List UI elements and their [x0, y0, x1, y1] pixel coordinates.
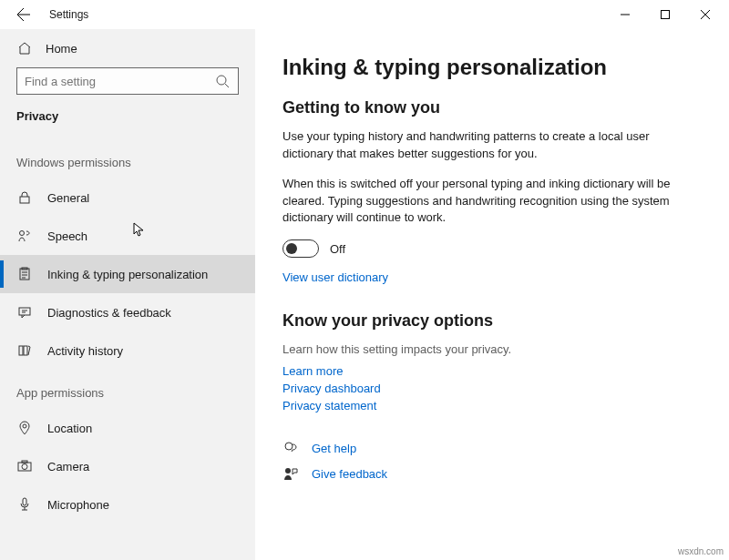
svg-point-11 [22, 464, 27, 470]
nav-label: Diagnostics & feedback [47, 306, 171, 320]
nav-label: Speech [47, 229, 87, 243]
window-title: Settings [49, 8, 88, 21]
search-icon [214, 73, 231, 89]
titlebar: Settings [0, 0, 729, 29]
section-header-windows: Windows permissions [0, 139, 255, 178]
svg-rect-6 [19, 308, 30, 315]
sidebar-item-activity-history[interactable]: Activity history [0, 331, 255, 370]
sidebar-home-label: Home [46, 42, 77, 56]
speech-icon [16, 228, 33, 244]
clipboard-icon [16, 266, 33, 282]
sidebar-item-microphone[interactable]: Microphone [0, 485, 255, 524]
sidebar-item-diagnostics[interactable]: Diagnostics & feedback [0, 293, 255, 331]
nav-label: Microphone [47, 498, 109, 512]
link-view-dictionary[interactable]: View user dictionary [282, 270, 702, 284]
watermark: wsxdn.com [678, 546, 724, 556]
nav-label: Location [47, 422, 92, 435]
feedback-person-icon [282, 465, 299, 482]
page-title: Inking & typing personalization [282, 55, 702, 80]
nav-label: Activity history [47, 344, 123, 358]
home-icon [16, 40, 33, 56]
minimize-button[interactable] [605, 1, 645, 28]
svg-point-1 [217, 76, 226, 85]
section-title-getting-to-know: Getting to know you [282, 98, 702, 117]
svg-rect-0 [662, 11, 670, 19]
feedback-icon [16, 304, 33, 321]
link-give-feedback[interactable]: Give feedback [312, 467, 387, 481]
sidebar-item-location[interactable]: Location [0, 409, 255, 447]
link-get-help[interactable]: Get help [312, 442, 356, 455]
svg-rect-13 [23, 498, 26, 505]
description-text-2: When this is switched off your personal … [282, 176, 683, 228]
nav-label: Inking & typing personalization [47, 268, 208, 281]
section-header-app: App permissions [0, 370, 255, 409]
svg-point-3 [20, 231, 25, 236]
svg-point-15 [285, 468, 291, 473]
toggle-state-label: Off [330, 242, 345, 256]
maximize-button[interactable] [645, 1, 685, 28]
sidebar-item-general[interactable]: General [0, 178, 255, 217]
privacy-description: Learn how this setting impacts your priv… [282, 341, 683, 359]
sidebar-item-speech[interactable]: Speech [0, 217, 255, 255]
svg-rect-8 [24, 346, 27, 355]
sidebar-item-camera[interactable]: Camera [0, 447, 255, 485]
location-icon [16, 420, 33, 436]
svg-rect-2 [20, 197, 29, 203]
personalization-toggle[interactable] [282, 239, 319, 258]
breadcrumb: Privacy [0, 106, 255, 139]
search-input[interactable] [25, 75, 214, 88]
svg-point-14 [285, 443, 293, 450]
link-learn-more[interactable]: Learn more [282, 364, 702, 378]
nav-label: Camera [47, 460, 89, 473]
link-privacy-statement[interactable]: Privacy statement [282, 399, 702, 412]
lock-icon [16, 189, 33, 206]
svg-rect-12 [22, 461, 27, 463]
svg-point-9 [23, 424, 26, 428]
sidebar-home[interactable]: Home [0, 35, 255, 67]
main-panel: Inking & typing personalization Getting … [255, 29, 729, 560]
sidebar-item-inking-typing[interactable]: Inking & typing personalization [0, 255, 255, 293]
nav-label: General [47, 191, 89, 205]
link-privacy-dashboard[interactable]: Privacy dashboard [282, 382, 702, 395]
camera-icon [16, 458, 33, 474]
section-title-privacy-options: Know your privacy options [282, 311, 702, 331]
description-text: Use your typing history and handwriting … [282, 128, 683, 163]
history-icon [16, 342, 33, 359]
sidebar: Home Privacy Windows permissions General… [0, 29, 255, 560]
microphone-icon [16, 496, 33, 513]
help-icon [282, 440, 299, 456]
search-input-container[interactable] [16, 67, 239, 95]
svg-rect-7 [19, 346, 23, 355]
back-button[interactable] [13, 6, 35, 23]
close-button[interactable] [685, 1, 725, 28]
